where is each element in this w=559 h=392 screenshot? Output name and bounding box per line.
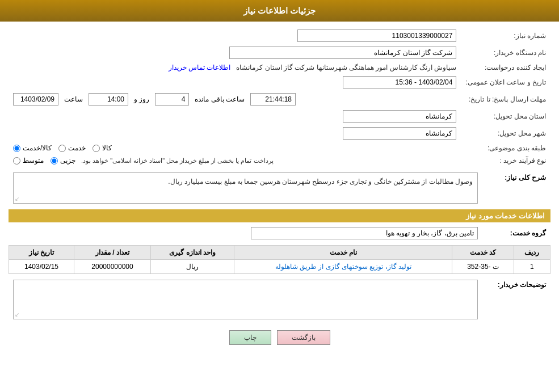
description-text: وصول مطالبات از مشترکین خانگی و تجاری جز… bbox=[168, 178, 473, 186]
col-unit: واحد اندازه گیری bbox=[150, 246, 234, 260]
service-group-input[interactable] bbox=[251, 227, 478, 239]
buyer-org-label: نام دستگاه خریدار: bbox=[461, 44, 550, 61]
deadline-remaining-input[interactable] bbox=[250, 93, 296, 106]
purchase-type-note: پرداخت تمام یا بخشی از مبلغ خریداز محل "… bbox=[81, 157, 274, 165]
cell-date: 1403/02/15 bbox=[9, 260, 74, 274]
creator-label: ایجاد کننده درخواست: bbox=[461, 61, 550, 74]
announce-date-input[interactable] bbox=[343, 76, 456, 88]
purchase-type-radio-medium[interactable]: متوسط bbox=[13, 157, 44, 165]
print-button[interactable]: چاپ bbox=[229, 330, 271, 345]
buyer-org-input[interactable] bbox=[229, 47, 456, 59]
province-label: استان محل تحویل: bbox=[461, 108, 550, 125]
deadline-time-label: ساعت bbox=[64, 95, 83, 103]
need-number-label: شماره نیاز: bbox=[461, 27, 550, 44]
page-header: جزئیات اطلاعات نیاز bbox=[0, 0, 559, 22]
services-table: ردیف کد خدمت نام خدمت واحد اندازه گیری ت… bbox=[9, 245, 550, 274]
creator-contact-link[interactable]: اطلاعات تماس خریدار bbox=[169, 64, 231, 71]
category-radio-service[interactable]: خدمت bbox=[58, 144, 86, 152]
province-input[interactable] bbox=[343, 110, 456, 123]
deadline-days-input[interactable] bbox=[155, 93, 189, 106]
cell-code: ت -35-352 bbox=[452, 260, 514, 274]
col-row: ردیف bbox=[514, 246, 550, 260]
cell-quantity: 20000000000 bbox=[74, 260, 151, 274]
cell-row: 1 bbox=[514, 260, 550, 274]
cell-unit: ریال bbox=[150, 260, 234, 274]
city-input[interactable] bbox=[343, 127, 456, 140]
services-section-title: اطلاعات خدمات مورد نیاز bbox=[9, 209, 550, 222]
deadline-days-label: روز و bbox=[134, 95, 149, 103]
deadline-label: مهلت ارسال پاسخ: تا تاریخ: bbox=[461, 91, 550, 108]
service-group-label: گروه خدمت: bbox=[510, 229, 546, 237]
city-label: شهر محل تحویل: bbox=[461, 125, 550, 142]
deadline-remaining-label: ساعت باقی مانده bbox=[195, 95, 245, 103]
cell-name: تولید گاز، توزیع سوختهای گازی از طریق شا… bbox=[234, 260, 452, 274]
table-row: 1 ت -35-352 تولید گاز، توزیع سوختهای گاز… bbox=[9, 260, 550, 274]
category-radio-goods[interactable]: کالا bbox=[93, 144, 112, 152]
col-name: نام خدمت bbox=[234, 246, 452, 260]
description-label: شرح کلی نیاز: bbox=[505, 174, 546, 182]
announce-date-label: تاریخ و ساعت اعلان عمومی: bbox=[461, 74, 550, 91]
buyer-notes-label: توضیحات خریدار: bbox=[498, 281, 546, 289]
need-number-input[interactable] bbox=[297, 29, 456, 42]
button-group: بازگشت چاپ bbox=[9, 330, 550, 345]
deadline-time-input[interactable] bbox=[89, 93, 128, 106]
purchase-type-label: نوع فرآیند خرید : bbox=[461, 154, 550, 167]
deadline-date-input[interactable] bbox=[13, 93, 58, 106]
category-radio-goods-services[interactable]: کالا/خدمت bbox=[13, 144, 52, 152]
creator-value: سیاوش ارنگ کارشناس امور هماهنگی شهرستانه… bbox=[236, 64, 456, 71]
col-quantity: تعداد / مقدار bbox=[74, 246, 151, 260]
category-label: طبقه بندی موضوعی: bbox=[461, 142, 550, 154]
back-button[interactable]: بازگشت bbox=[277, 330, 330, 345]
header-title: جزئیات اطلاعات نیاز bbox=[243, 6, 316, 15]
col-date: تاریخ نیاز bbox=[9, 246, 74, 260]
col-code: کد خدمت bbox=[452, 246, 514, 260]
purchase-type-radio-partial[interactable]: جزیی bbox=[51, 157, 75, 165]
